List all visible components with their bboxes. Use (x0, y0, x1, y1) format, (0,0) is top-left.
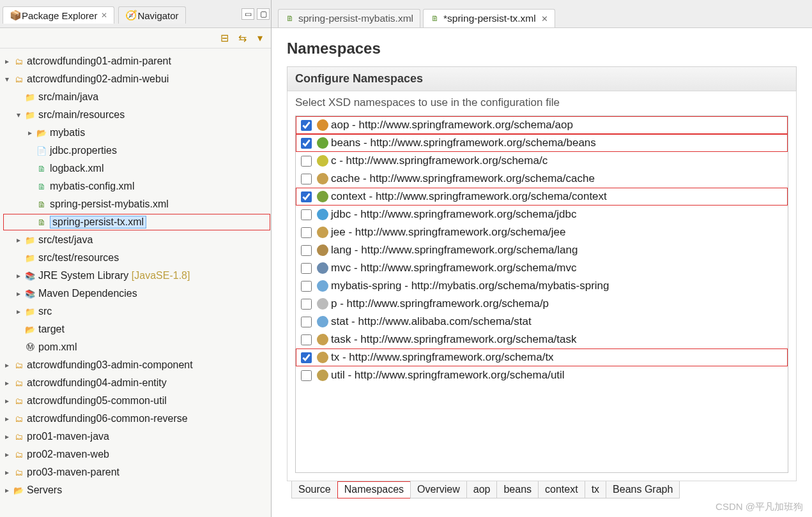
namespace-row-stat[interactable]: stat - http://www.alibaba.com/schema/sta… (296, 313, 788, 331)
tab-navigator[interactable]: 🧭 Navigator (118, 6, 185, 24)
namespace-row-jdbc[interactable]: jdbc - http://www.springframework.org/sc… (296, 206, 788, 223)
tree-folder[interactable]: ▸📂mybatis (3, 124, 271, 142)
tree-file[interactable]: 🗎logback.xml (3, 160, 271, 177)
project-icon: 🗂 (13, 359, 24, 371)
tree-src-folder[interactable]: 📁src/main/java (3, 88, 271, 106)
tree-file[interactable]: 🗎spring-persist-mybatis.xml (3, 195, 271, 213)
editor-tab[interactable]: 🗎 spring-persist-mybatis.xml (278, 9, 420, 27)
namespace-row-p[interactable]: p - http://www.springframework.org/schem… (296, 295, 788, 313)
maximize-view-button[interactable]: ▢ (257, 8, 270, 20)
bottom-tab-overview[interactable]: Overview (410, 481, 467, 498)
tree-project[interactable]: ▸🗂pro02-maven-web (3, 446, 271, 463)
namespace-checkbox[interactable] (301, 370, 312, 381)
namespace-label: aop - http://www.springframework.org/sch… (331, 119, 573, 131)
tree-file-selected[interactable]: 🗎spring-persist-tx.xml (3, 213, 271, 231)
bottom-tab-namespaces[interactable]: Namespaces (337, 481, 411, 498)
namespace-checkbox[interactable] (301, 299, 312, 310)
tree-project[interactable]: ▸🗂atcrowdfunding06-common-reverse (3, 410, 271, 428)
tree-file[interactable]: 🗎mybatis-config.xml (3, 177, 271, 195)
namespace-icon (317, 334, 328, 345)
tree-jre[interactable]: ▸📚JRE System Library [JavaSE-1.8] (3, 267, 271, 285)
bottom-tab-beans-graph[interactable]: Beans Graph (606, 481, 680, 498)
namespace-checkbox[interactable] (301, 317, 312, 327)
tree-folder[interactable]: 📂target (3, 320, 271, 338)
tree-project[interactable]: ▸🗂atcrowdfunding03-admin-component (3, 356, 271, 374)
namespace-label: stat - http://www.alibaba.com/schema/sta… (331, 315, 532, 328)
tree-folder[interactable]: ▸📁src (3, 303, 271, 320)
namespace-checkbox[interactable] (301, 334, 312, 345)
tree-file[interactable]: 📄jdbc.properties (3, 142, 271, 160)
namespace-row-util[interactable]: util - http://www.springframework.org/sc… (296, 366, 788, 384)
minimize-view-button[interactable]: ▭ (241, 8, 254, 20)
namespace-label: task - http://www.springframework.org/sc… (331, 333, 577, 346)
tree-project[interactable]: ▸🗂atcrowdfunding05-common-util (3, 392, 271, 410)
section-desc: Select XSD namespaces to use in the conf… (287, 91, 796, 116)
tree-src-folder[interactable]: ▸📁src/test/java (3, 231, 271, 249)
bottom-tab-aop[interactable]: aop (466, 481, 498, 498)
tree-maven-deps[interactable]: ▸📚Maven Dependencies (3, 285, 271, 303)
link-editor-icon[interactable]: ⇆ (236, 33, 248, 44)
file-icon: 📄 (36, 145, 47, 156)
package-folder-icon: 📁 (24, 252, 36, 264)
namespace-row-jee[interactable]: jee - http://www.springframework.org/sch… (296, 223, 788, 241)
spring-xml-file-icon: 🗎 (285, 13, 295, 24)
close-icon[interactable]: ✕ (541, 14, 548, 24)
namespace-row-beans[interactable]: beans - http://www.springframework.org/s… (296, 134, 788, 152)
tab-package-explorer[interactable]: 📦 Package Explorer ✕ (3, 6, 114, 24)
editor-tabs: 🗎 spring-persist-mybatis.xml 🗎 *spring-p… (272, 0, 812, 28)
bottom-tab-tx[interactable]: tx (585, 481, 606, 498)
view-menu-icon[interactable]: ▾ (254, 33, 266, 44)
tree-project[interactable]: ▸🗂atcrowdfunding04-admin-entity (3, 374, 271, 392)
close-icon[interactable]: ✕ (101, 11, 107, 20)
tree-project[interactable]: ▾🗂atcrowdfunding02-admin-webui (3, 70, 271, 88)
bottom-tab-source[interactable]: Source (291, 481, 338, 498)
namespace-checkbox[interactable] (301, 174, 312, 184)
editor-tab-active[interactable]: 🗎 *spring-persist-tx.xml ✕ (423, 9, 555, 27)
namespace-checkbox[interactable] (301, 120, 312, 131)
namespace-row-c[interactable]: c - http://www.springframework.org/schem… (296, 152, 788, 170)
tree-src-folder[interactable]: 📁src/test/resources (3, 249, 271, 267)
namespace-row-mvc[interactable]: mvc - http://www.springframework.org/sch… (296, 259, 788, 277)
namespace-checkbox[interactable] (301, 245, 312, 256)
namespace-checkbox[interactable] (301, 281, 312, 292)
editor-body: Namespaces Configure Namespaces Select X… (272, 28, 812, 517)
xml-file-icon: 🗎 (36, 181, 47, 192)
tree-src-folder[interactable]: ▾📁src/main/resources (3, 106, 271, 124)
namespace-label: util - http://www.springframework.org/sc… (331, 369, 565, 382)
namespace-row-aop[interactable]: aop - http://www.springframework.org/sch… (296, 116, 788, 134)
compass-icon: 🧭 (125, 10, 137, 21)
namespace-checkbox[interactable] (301, 191, 312, 202)
side-view-tabs: 📦 Package Explorer ✕ 🧭 Navigator ▭ ▢ (0, 0, 271, 28)
bottom-tab-beans[interactable]: beans (496, 481, 539, 498)
tree-file[interactable]: Ⓜpom.xml (3, 338, 271, 356)
namespace-checkbox[interactable] (301, 263, 312, 274)
folder-icon: 📂 (36, 127, 47, 139)
namespace-row-task[interactable]: task - http://www.springframework.org/sc… (296, 331, 788, 348)
namespace-icon (317, 280, 328, 292)
namespace-checkbox[interactable] (301, 138, 312, 149)
editor-tab-label: *spring-persist-tx.xml (443, 13, 536, 24)
namespace-row-cache[interactable]: cache - http://www.springframework.org/s… (296, 170, 788, 188)
collapse-all-icon[interactable]: ⊟ (218, 33, 230, 44)
namespace-label: mvc - http://www.springframework.org/sch… (331, 262, 576, 274)
namespace-checkbox[interactable] (301, 156, 312, 167)
namespace-label: mybatis-spring - http://mybatis.org/sche… (331, 280, 609, 292)
package-folder-icon: 📁 (24, 234, 36, 246)
namespace-row-mybatis[interactable]: mybatis-spring - http://mybatis.org/sche… (296, 277, 788, 295)
project-tree[interactable]: ▸🗂atcrowdfunding01-admin-parent ▾🗂atcrow… (0, 49, 271, 517)
project-icon: 🗂 (13, 413, 24, 424)
namespace-row-tx[interactable]: tx - http://www.springframework.org/sche… (296, 348, 788, 366)
namespace-checkbox[interactable] (301, 209, 312, 220)
tree-project[interactable]: ▸🗂pro01-maven-java (3, 428, 271, 446)
namespace-checkbox[interactable] (301, 352, 312, 363)
namespace-row-context[interactable]: context - http://www.springframework.org… (296, 188, 788, 206)
tree-project[interactable]: ▸📂Servers (3, 481, 271, 499)
watermark: CSDN @平凡加班狗 (716, 501, 803, 513)
bottom-tab-context[interactable]: context (538, 481, 585, 498)
project-icon: 🗂 (13, 377, 24, 389)
tree-project[interactable]: ▸🗂pro03-maven-parent (3, 463, 271, 481)
namespace-checkbox[interactable] (301, 227, 312, 238)
namespace-row-lang[interactable]: lang - http://www.springframework.org/sc… (296, 241, 788, 259)
tree-project[interactable]: ▸🗂atcrowdfunding01-admin-parent (3, 52, 271, 70)
package-folder-icon: 📁 (24, 91, 36, 103)
